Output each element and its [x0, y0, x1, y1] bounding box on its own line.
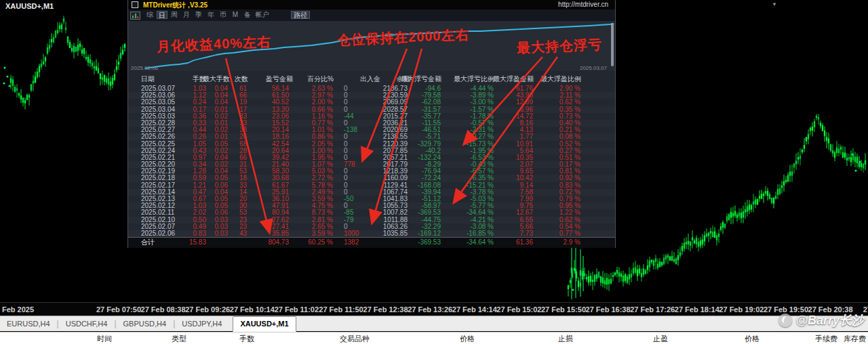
table-cell: 1.22 % [492, 209, 580, 216]
table-cell: 0.52 % [492, 141, 580, 148]
chevron-down-icon[interactable]: ▼ [772, 1, 777, 7]
trade-dot [8, 85, 10, 87]
stats-table-header: 日期手数最大手数次数盈亏金额百分比%出入金余额最大浮亏金额最大浮亏比例最大浮盈金… [128, 74, 615, 84]
orders-col-header[interactable]: 价格 [393, 334, 475, 344]
tab-usdjpy-h4[interactable]: USDJPY,H4 [175, 317, 229, 330]
tab-eurusd-h4[interactable]: EURUSD,H4 [0, 317, 57, 330]
toolbar-button-2[interactable]: 周 [169, 11, 180, 19]
terminal-columns-header: 时间类型手数交易品种价格止损止盈价格手续费库存费 [0, 332, 868, 344]
orders-col-header[interactable]: 止损 [492, 334, 573, 344]
tab-gbpusd-h4[interactable]: GBPUSD,H4 [117, 317, 174, 330]
orders-col-header[interactable]: 价格 [678, 334, 760, 344]
trade-dot [854, 169, 856, 171]
chart-tab-bar: EURUSD,H4|USDCHF,H4|GBPUSD,H4|USDJPY,H4X… [0, 316, 868, 331]
toolbar-button-0[interactable]: 综 [144, 11, 155, 19]
scrollbar-thumb[interactable] [611, 23, 614, 66]
trade-dot [3, 82, 5, 84]
stats-table-body: 2025.03.071.030.046156.142.63 %02186.73-… [128, 85, 615, 237]
equity-end-date: 2025.03.07 [580, 65, 607, 71]
stats-window-titlebar[interactable]: MTDriver统计 ,V3.25 http://mtdriver.cn [128, 0, 615, 9]
orders-col-header[interactable]: 交易品种 [288, 334, 370, 344]
equity-start-date: 2025.02.06 [131, 65, 158, 71]
stats-toolbar: 综日周月季年币M备帐户路径 [128, 9, 615, 22]
total-cell: 15.83 [118, 239, 206, 246]
toolbar-button-9[interactable]: 帐户 [254, 11, 271, 19]
tab-usdchf-h4[interactable]: USDCHF,H4 [59, 317, 115, 330]
orders-col-header[interactable]: 止盈 [587, 334, 668, 344]
trade-dot [3, 66, 5, 68]
orders-col-header[interactable]: 库存费 [785, 334, 866, 344]
toolbar-button-1[interactable]: 日 [157, 11, 167, 19]
toolbar-button-5[interactable]: 年 [205, 11, 216, 19]
stats-table-total-row: 合计15.83804.7360.25 %1382-369.53-34.64 %6… [128, 237, 615, 248]
table-cell: 0.62 % [492, 99, 580, 106]
total-cell: 2.9 % [492, 239, 580, 246]
table-row[interactable]: 2025.02.260.260.012618.160.86 %02138.55-… [128, 133, 615, 140]
timeline-month-label: Feb 2025 [2, 305, 34, 314]
watermark-logo-icon [778, 314, 792, 327]
toolbar-button-path[interactable]: 路径 [291, 11, 310, 19]
orders-col-header[interactable]: 手数 [173, 334, 254, 344]
stats-col-header: 最大浮盈比例 [493, 74, 581, 84]
toolbar-button-7[interactable]: M [230, 11, 241, 19]
watermark: @Barry长沙 [778, 312, 864, 328]
trade-dot [859, 160, 861, 163]
toolbar-button-4[interactable]: 季 [193, 11, 204, 19]
mini-chart-icon[interactable] [130, 12, 140, 20]
total-cell: 60.25 % [245, 239, 333, 246]
stats-window-title: MTDriver统计 ,V3.25 [143, 1, 208, 10]
table-row[interactable]: 2025.02.060.830.034335.853.59 %10001035.… [128, 230, 615, 237]
mt4-terminal: XAUUSD+,M1 ▼ MTDriver统计 ,V3.25 http://mt… [0, 0, 868, 344]
table-cell: 0.08 % [492, 133, 580, 140]
chart-symbol-label: XAUUSD+,M1 [5, 2, 54, 10]
tab-xauusd-m1[interactable]: XAUUSD+,M1 [233, 316, 296, 332]
stats-window-url: http://mtdriver.cn [558, 1, 608, 8]
toolbar-button-3[interactable]: 月 [181, 11, 192, 19]
table-cell: 0.77 % [492, 230, 580, 237]
toolbar-button-6[interactable]: 币 [218, 11, 229, 19]
trade-dot [851, 153, 853, 155]
trade-dot [572, 288, 574, 291]
table-cell: 0.92 % [492, 175, 580, 181]
toolbar-button-8[interactable]: 备 [242, 11, 253, 19]
restore-window-icon[interactable] [132, 1, 138, 8]
time-axis[interactable]: Feb 2025 27 Feb 07:5027 Feb 08:3827 Feb … [0, 302, 868, 316]
trade-dot [6, 75, 8, 77]
watermark-text: @Barry长沙 [795, 312, 864, 328]
orders-col-header[interactable]: 时间 [31, 334, 112, 344]
annotation-label-2: 最大持仓浮亏 [516, 35, 602, 57]
